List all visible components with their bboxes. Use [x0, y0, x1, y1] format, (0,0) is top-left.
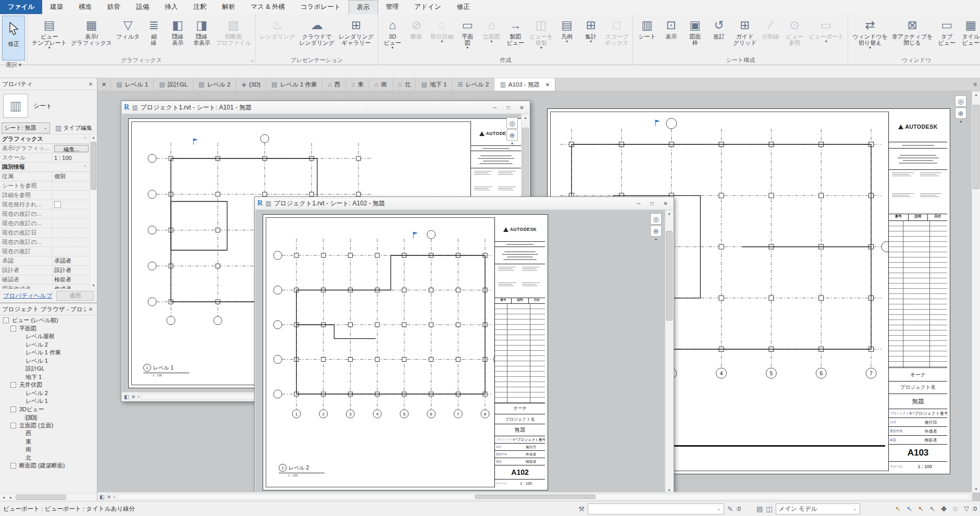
ribbon-button-tab-views[interactable]: ▭タブ ビュー: [935, 16, 959, 47]
navigation-bar[interactable]: ◎⊕▾: [650, 213, 662, 242]
properties-header[interactable]: プロパティ ✕: [0, 78, 97, 90]
ribbon-button-render-gallery[interactable]: ⊞レンダリング ギャラリー: [337, 16, 376, 47]
partial-tab-close[interactable]: ✕: [97, 78, 111, 91]
tree-collapse-icon[interactable]: -: [10, 326, 16, 331]
property-section-header[interactable]: グラフィックス⌃: [0, 134, 90, 144]
drag-on-selection-toggle[interactable]: ✥: [938, 505, 950, 513]
type-selector-combo[interactable]: シート: 無題 ⌄: [2, 122, 50, 133]
collapse-icon[interactable]: ⌃: [83, 137, 90, 142]
tree-item[interactable]: レベル 1: [0, 357, 97, 365]
menu-tab[interactable]: 構造: [71, 0, 100, 14]
design-options-icon[interactable]: ▤: [756, 505, 763, 513]
menu-tab[interactable]: 解析: [214, 0, 243, 14]
tree-item[interactable]: 南: [0, 446, 97, 454]
checkbox[interactable]: [54, 201, 61, 208]
tree-item[interactable]: 西: [0, 429, 97, 438]
tree-item[interactable]: -断面図 (建築断面): [0, 462, 97, 470]
steering-wheel-icon[interactable]: ◎: [650, 213, 662, 225]
view-tab[interactable]: ▤レベル 1 作業: [266, 78, 322, 91]
tree-item[interactable]: レベル 1 作業: [0, 349, 97, 357]
maximize-button[interactable]: □: [647, 199, 658, 208]
edit-button[interactable]: 編集...: [54, 145, 89, 152]
ribbon-button-remove-hidden-lines[interactable]: ◨隠線 非表示: [190, 16, 214, 47]
vertical-scrollbar[interactable]: ▲▼: [665, 210, 673, 494]
scroll-right-icon[interactable]: ▸: [7, 495, 15, 500]
chevron-down-icon[interactable]: ▾: [960, 119, 962, 124]
select-by-face-toggle[interactable]: ↖: [927, 505, 938, 513]
ribbon-button-drafting-view[interactable]: →製図 ビュー: [503, 16, 527, 47]
close-button[interactable]: ✕: [660, 199, 671, 208]
menu-tab[interactable]: 建築: [42, 0, 71, 14]
properties-scrollbar[interactable]: ▲ ▼: [90, 134, 97, 289]
editable-only-icon[interactable]: ✎: [727, 505, 733, 513]
view-tab[interactable]: ◈{3D}: [236, 78, 266, 91]
menu-tab[interactable]: 表示: [349, 0, 378, 14]
tree-item[interactable]: 北: [0, 454, 97, 462]
select-pinned-toggle[interactable]: ↖: [915, 505, 927, 513]
ribbon-button-view-template[interactable]: ▤ビュー テンプレート▾: [30, 16, 69, 51]
navigation-bar[interactable]: ◎⊕▾: [955, 95, 966, 124]
zoom-icon[interactable]: ⊕: [955, 107, 966, 119]
property-value[interactable]: 設計者: [53, 266, 90, 275]
ribbon-button-tile-views[interactable]: ▦タイル ビュー: [959, 16, 980, 47]
edit-type-button[interactable]: ▥ タイプ編集: [52, 122, 95, 133]
minimize-button[interactable]: ─: [633, 199, 644, 208]
scroll-down-icon[interactable]: ▼: [90, 282, 97, 289]
ribbon-button-new-sheet[interactable]: ▥シート: [635, 16, 659, 41]
chevron-down-icon[interactable]: ▾: [655, 237, 657, 242]
file-menu-tab[interactable]: ファイル: [0, 0, 42, 14]
view-tab[interactable]: ▤設計GL: [154, 78, 193, 91]
main-model-icon[interactable]: ◫: [766, 505, 772, 513]
ribbon-button-render-in-cloud[interactable]: ☁クラウドで レンダリング: [297, 16, 337, 47]
property-value[interactable]: 承認者: [53, 256, 90, 265]
panel-launcher-icon[interactable]: »: [251, 58, 254, 64]
visual-style-icon[interactable]: ◧: [100, 494, 104, 500]
tab-list-icon[interactable]: ≡: [970, 78, 980, 91]
tree-collapse-icon[interactable]: -: [10, 407, 16, 412]
zoom-icon[interactable]: ⊕: [506, 129, 518, 141]
sheet-a102[interactable]: 12345678AUTODESK番号説明日付オーナプロジェクト名無題プロジェクト…: [263, 214, 548, 490]
ribbon-button-legends[interactable]: ▤凡例▾: [555, 16, 579, 44]
tree-collapse-icon[interactable]: -: [10, 463, 16, 469]
tree-item[interactable]: {3D}: [0, 413, 97, 422]
property-value[interactable]: 検収者: [53, 275, 90, 284]
tree-item[interactable]: -3Dビュー: [0, 406, 97, 414]
selection-filter-icon[interactable]: ▽: [964, 505, 969, 512]
menu-tab[interactable]: コラボレート: [293, 0, 348, 14]
steering-wheel-icon[interactable]: ◎: [955, 95, 966, 107]
menu-tab[interactable]: 注釈: [185, 0, 214, 14]
close-icon[interactable]: ✕: [86, 81, 95, 87]
minimize-button[interactable]: ─: [489, 103, 500, 112]
view-tab[interactable]: ▤レベル 2: [193, 78, 236, 91]
menu-tab[interactable]: アドイン: [407, 0, 449, 14]
tree-item[interactable]: レベル屋根: [0, 333, 97, 341]
ribbon-button-title-block[interactable]: ▣図面 枠: [683, 16, 707, 47]
select-links-toggle[interactable]: ↖: [892, 505, 904, 513]
horizontal-scrollbar[interactable]: [117, 494, 970, 500]
menu-tab[interactable]: 鉄骨: [100, 0, 128, 14]
design-option-combo[interactable]: メイン モデル ⌄: [776, 503, 860, 514]
view-control-bar[interactable]: ◧☀‹: [97, 492, 972, 501]
scrollbar-thumb[interactable]: [16, 495, 66, 500]
scrollbar-thumb[interactable]: [973, 105, 979, 189]
workset-combo[interactable]: ⌄: [588, 503, 724, 514]
chevron-down-icon[interactable]: ▾: [511, 141, 513, 146]
tree-collapse-icon[interactable]: -: [10, 382, 16, 388]
view-tab[interactable]: ▥A103 - 無題✕: [494, 78, 555, 91]
menu-tab[interactable]: 修正: [449, 0, 478, 14]
properties-help-link[interactable]: プロパティヘルプ: [3, 292, 52, 300]
view-tab[interactable]: ⌂西: [322, 78, 346, 91]
tree-item[interactable]: 地下 1: [0, 373, 97, 382]
window-a102-body[interactable]: 12345678AUTODESK番号説明日付オーナプロジェクト名無題プロジェクト…: [255, 210, 673, 501]
tree-item[interactable]: レベル 2: [0, 389, 97, 398]
steering-wheel-icon[interactable]: ◎: [506, 117, 518, 129]
view-tab[interactable]: ▤地下 1: [416, 78, 452, 91]
scrollbar-thumb[interactable]: [522, 128, 529, 207]
tree-item[interactable]: -立面図 (立面): [0, 422, 97, 430]
view-tab[interactable]: ⌂南: [369, 78, 393, 91]
sun-path-icon[interactable]: ☀: [106, 494, 111, 500]
scroll-up-icon[interactable]: ▲: [972, 91, 980, 98]
scroll-left-icon[interactable]: ‹: [113, 494, 115, 499]
menu-tab[interactable]: 設備: [128, 0, 157, 14]
scrollbar-thumb[interactable]: [666, 231, 673, 321]
